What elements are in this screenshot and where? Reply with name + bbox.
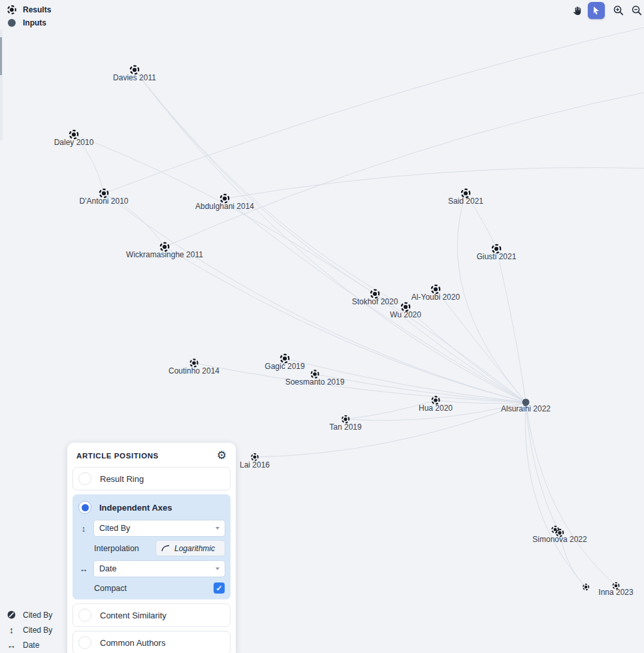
graph-node-label: Inna 2023: [598, 588, 634, 597]
graph-node[interactable]: Daley 2010: [54, 129, 94, 147]
graph-node[interactable]: Soesmanto 2019: [285, 370, 345, 387]
graph-node-label: Hua 2020: [419, 404, 453, 413]
log-curve-icon: [161, 545, 170, 552]
graph-node-label: D'Antoni 2010: [79, 197, 128, 206]
graph-node-label: Coutinho 2014: [169, 366, 219, 375]
graph-node-label: Alsuraihi 2022: [501, 404, 551, 413]
graph-node-label: Wu 2020: [390, 310, 421, 319]
independent-axes-label: Independent Axes: [99, 503, 172, 513]
compact-label: Compact: [94, 584, 127, 593]
citation-edge: [457, 193, 526, 402]
graph-node-label: Wickramasinghe 2011: [126, 250, 203, 259]
zoom-in-icon: [613, 5, 624, 16]
node-size-icon: [7, 610, 16, 620]
result-ring-label: Result Ring: [100, 474, 144, 484]
hand-icon: [572, 5, 583, 16]
citation-edge: [104, 26, 644, 193]
horizontal-axis-icon: ↔: [7, 641, 16, 650]
select-tool-button[interactable]: [588, 2, 605, 19]
content-similarity-option[interactable]: Content Similarity: [72, 603, 231, 627]
graph-node[interactable]: Davies 2011: [113, 65, 156, 82]
vertical-scrollbar[interactable]: [0, 29, 3, 140]
independent-axes-option[interactable]: Independent Axes: [78, 500, 225, 520]
result-ring-radio[interactable]: [78, 472, 91, 485]
legend-horizontal-axis-row: ↔ Date: [7, 639, 52, 650]
panel-header: ARTICLE POSITIONS ⚙: [72, 448, 231, 467]
interpolation-value: Logarithmic: [174, 544, 215, 553]
compact-checkbox[interactable]: ✓: [214, 582, 225, 594]
vertical-axis-row: ↕ Cited By: [78, 520, 225, 536]
graph-node[interactable]: Giusti 2021: [477, 244, 517, 261]
graph-node[interactable]: Lai 2016: [240, 453, 270, 470]
result-ring-option[interactable]: Result Ring: [72, 467, 231, 490]
legend-size-label: Cited By: [23, 611, 52, 620]
independent-axes-section: Independent Axes ↕ Cited By Interpolatio…: [72, 494, 231, 599]
graph-node[interactable]: Stokhof 2020: [352, 289, 398, 306]
graph-node-label: Said 2021: [448, 197, 483, 206]
horizontal-axis-row: ↔ Date: [78, 561, 225, 577]
citation-edge: [225, 167, 644, 199]
panel-title: ARTICLE POSITIONS: [76, 452, 159, 460]
graph-node-label: Davies 2011: [113, 73, 156, 82]
graph-node-label: Giusti 2021: [477, 252, 517, 261]
node-type-legend: Results Inputs: [7, 4, 51, 28]
input-node-icon: [7, 18, 17, 28]
scrollbar-thumb[interactable]: [0, 37, 2, 75]
graph-node[interactable]: Said 2021: [448, 188, 483, 206]
interpolation-select[interactable]: Logarithmic: [156, 541, 225, 556]
pan-tool-button[interactable]: [568, 2, 585, 19]
interpolation-label: Interpolation: [94, 544, 139, 553]
canvas-toolbar: [568, 2, 644, 19]
citation-edge: [135, 70, 406, 307]
graph-node-label: Stokhof 2020: [352, 297, 398, 306]
citation-edge: [496, 249, 526, 402]
gear-icon[interactable]: ⚙: [217, 450, 227, 461]
zoom-out-button[interactable]: [628, 2, 644, 19]
graph-node[interactable]: Simonova 2022: [532, 528, 587, 544]
graph-node[interactable]: Wickramasinghe 2011: [126, 242, 203, 259]
vertical-axis-select[interactable]: Cited By: [94, 520, 225, 536]
citation-edge: [526, 402, 616, 586]
legend-inputs-row: Inputs: [7, 17, 51, 28]
graph-node[interactable]: Inna 2023: [598, 582, 634, 597]
citation-edge: [135, 70, 526, 402]
citation-edge: [525, 402, 586, 587]
legend-vertical-axis-row: ↕ Cited By: [7, 624, 52, 635]
legend-results-label: Results: [23, 5, 51, 14]
horizontal-axis-select[interactable]: Date: [94, 561, 225, 577]
citation-edge: [135, 70, 375, 294]
graph-node-label: Gagić 2019: [265, 362, 305, 371]
independent-axes-radio[interactable]: [78, 501, 91, 514]
graph-node[interactable]: Gagić 2019: [265, 353, 305, 371]
graph-node[interactable]: D'Antoni 2010: [79, 188, 128, 206]
cursor-icon: [591, 5, 602, 16]
chevron-down-icon: [216, 527, 219, 530]
graph-node-label: Soesmanto 2019: [285, 377, 345, 387]
graph-node-label: Simonova 2022: [532, 535, 587, 544]
compact-row: Compact ✓: [94, 581, 225, 594]
graph-node-label: Abdulghani 2014: [195, 202, 254, 211]
content-similarity-radio[interactable]: [78, 609, 91, 622]
zoom-in-button[interactable]: [610, 2, 627, 19]
vertical-axis-icon: ↕: [78, 524, 89, 534]
legend-inputs-label: Inputs: [23, 18, 46, 27]
common-authors-option[interactable]: Common Authors: [72, 631, 231, 653]
result-node-icon: [7, 5, 17, 15]
graph-node[interactable]: [551, 526, 559, 534]
vertical-axis-value: Cited By: [99, 524, 130, 533]
interpolation-row: Interpolation Logarithmic: [94, 541, 225, 556]
graph-node-label: Tan 2019: [329, 422, 362, 432]
graph-node[interactable]: Coutinho 2014: [169, 358, 219, 375]
horizontal-axis-value: Date: [99, 564, 116, 573]
common-authors-radio[interactable]: [78, 636, 91, 649]
citation-edge: [526, 402, 560, 533]
citation-edge: [255, 402, 526, 457]
common-authors-label: Common Authors: [100, 638, 165, 648]
graph-node[interactable]: Al-Youbi 2020: [411, 284, 460, 302]
zoom-out-icon: [631, 5, 643, 16]
axis-legend: Cited By ↕ Cited By ↔ Date: [7, 609, 52, 650]
graph-node[interactable]: Abdulghani 2014: [195, 193, 254, 211]
graph-node[interactable]: Hua 2020: [419, 396, 453, 413]
legend-results-row: Results: [7, 4, 51, 15]
legend-vertical-axis-label: Cited By: [23, 626, 52, 635]
